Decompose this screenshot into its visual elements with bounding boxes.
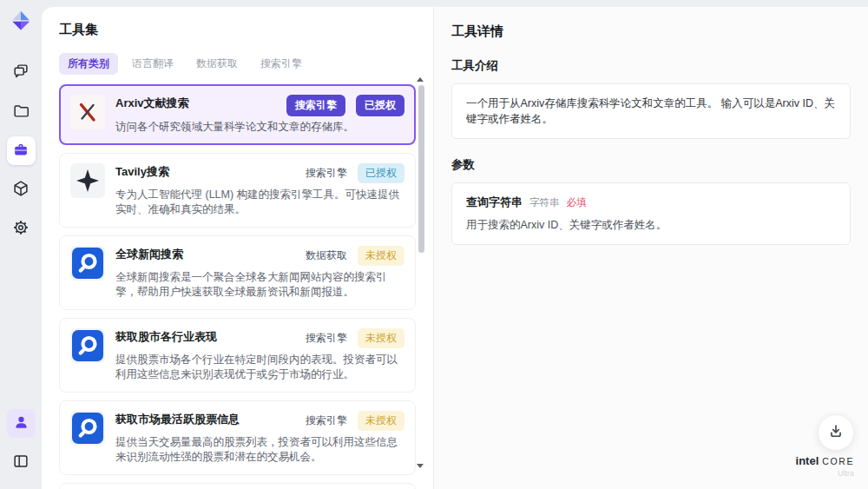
download-button[interactable] <box>818 414 854 451</box>
list-scrollbar-thumb[interactable] <box>418 85 424 253</box>
tool-auth-badge: 未授权 <box>358 246 404 266</box>
category-tab[interactable]: 语言翻译 <box>123 53 182 75</box>
tool-auth-badge: 已授权 <box>358 163 404 183</box>
category-tabs: 所有类别语言翻译数据获取搜索引擎 <box>59 53 416 75</box>
intro-text: 一个用于从Arxiv存储库搜索科学论文和文章的工具。 输入可以是Arxiv ID… <box>466 96 836 127</box>
intro-card: 一个用于从Arxiv存储库搜索科学论文和文章的工具。 输入可以是Arxiv ID… <box>451 83 851 139</box>
param-description: 用于搜索的Arxiv ID、关键字或作者姓名。 <box>466 218 836 233</box>
tool-name: Tavily搜索 <box>115 163 169 180</box>
tool-description: 专为人工智能代理 (LLM) 构建的搜索引擎工具。可快速提供实时、准确和真实的结… <box>115 188 404 217</box>
tool-auth-badge: 未授权 <box>358 411 404 431</box>
briefcase-icon <box>11 140 30 162</box>
chat-icon <box>11 62 30 84</box>
tool-tags: 搜索引擎 已授权 <box>306 163 404 183</box>
tool-body: 全球新闻搜索 数据获取 未授权 全球新闻搜索是一个聚合全球各大新闻网站内容的搜索… <box>115 246 404 300</box>
tool-list-item[interactable]: 万维地区新闻查询 搜索引擎 未授权 查询具体行政区划内的新闻，快速了解各地新闻动… <box>59 483 416 489</box>
tool-category-tag: 搜索引擎 <box>306 413 347 428</box>
main-panel: 工具集 所有类别语言翻译数据获取搜索引擎 Arxiv文献搜索 搜索引擎 已授权 … <box>42 7 868 489</box>
category-tab[interactable]: 数据获取 <box>187 53 247 75</box>
tool-category-tag: 搜索引擎 <box>306 166 347 181</box>
detail-title: 工具详情 <box>451 23 851 40</box>
tool-tags: 搜索引擎 已授权 <box>286 95 404 116</box>
tool-name: 获取股市各行业表现 <box>115 328 217 345</box>
param-name-row: 查询字符串 字符串 必填 <box>466 195 836 210</box>
panel-toggle-button[interactable] <box>7 448 36 477</box>
tool-body: Arxiv文献搜索 搜索引擎 已授权 访问各个研究领域大量科学论文和文章的存储库… <box>115 95 404 135</box>
tool-description: 提供股票市场各个行业在特定时间段内的表现。投资者可以利用这些信息来识别表现优于或… <box>115 353 404 382</box>
tool-tags: 数据获取 未授权 <box>306 246 404 266</box>
tool-tags: 搜索引擎 未授权 <box>306 411 404 431</box>
tool-description: 访问各个研究领域大量科学论文和文章的存储库。 <box>115 120 404 135</box>
intro-heading: 工具介绍 <box>451 58 851 74</box>
news-search-icon <box>70 411 105 446</box>
tool-description: 全球新闻搜索是一个聚合全球各大新闻网站内容的搜索引擎，帮助用户快速获取全球最新资… <box>115 270 404 300</box>
brand-primary: intel <box>796 454 819 467</box>
download-icon <box>826 421 845 444</box>
tool-list: Arxiv文献搜索 搜索引擎 已授权 访问各个研究领域大量科学论文和文章的存储库… <box>59 84 416 489</box>
brand-secondary: CORE <box>822 456 854 466</box>
news-search-icon <box>70 328 105 363</box>
cube-icon <box>11 179 30 202</box>
tool-list-item[interactable]: 获取市场最活跃股票信息 搜索引擎 未授权 提供当天交易量最高的股票列表，投资者可… <box>59 400 416 475</box>
params-heading: 参数 <box>451 157 851 173</box>
toolset-title: 工具集 <box>59 22 416 38</box>
tool-list-item[interactable]: 获取股市各行业表现 搜索引擎 未授权 提供股票市场各个行业在特定时间段内的表现。… <box>59 318 416 393</box>
category-tab[interactable]: 所有类别 <box>59 53 118 75</box>
tool-detail-panel: 工具详情 工具介绍 一个用于从Arxiv存储库搜索科学论文和文章的工具。 输入可… <box>434 7 868 489</box>
files-nav-button[interactable] <box>7 97 36 126</box>
param-card: 查询字符串 字符串 必填 用于搜索的Arxiv ID、关键字或作者姓名。 <box>451 182 851 245</box>
tool-name: Arxiv文献搜索 <box>115 95 189 111</box>
tool-name: 全球新闻搜索 <box>115 246 183 262</box>
arxiv-icon <box>70 95 105 129</box>
rail-bottom-nav <box>7 409 36 477</box>
tool-tags: 搜索引擎 未授权 <box>306 328 404 348</box>
rail-nav <box>7 58 36 243</box>
intel-core-logo: intelCORE Ultra <box>796 454 854 479</box>
tool-body: 获取市场最活跃股票信息 搜索引擎 未授权 提供当天交易量最高的股票列表，投资者可… <box>115 411 404 465</box>
app-root: 工具集 所有类别语言翻译数据获取搜索引擎 Arxiv文献搜索 搜索引擎 已授权 … <box>0 0 868 489</box>
tool-list-item[interactable]: Tavily搜索 搜索引擎 已授权 专为人工智能代理 (LLM) 构建的搜索引擎… <box>59 153 416 228</box>
tool-category-tag: 数据获取 <box>306 248 347 263</box>
folder-icon <box>11 101 30 123</box>
sparkle-icon <box>70 163 105 198</box>
tool-auth-badge: 未授权 <box>358 328 404 348</box>
tool-list-item[interactable]: 全球新闻搜索 数据获取 未授权 全球新闻搜索是一个聚合全球各大新闻网站内容的搜索… <box>59 235 416 310</box>
app-logo <box>8 8 34 34</box>
tool-body: Tavily搜索 搜索引擎 已授权 专为人工智能代理 (LLM) 构建的搜索引擎… <box>115 163 404 217</box>
brand-tertiary: Ultra <box>796 468 854 479</box>
left-rail <box>0 0 42 489</box>
tool-category-tag: 搜索引擎 <box>286 95 345 116</box>
param-name: 查询字符串 <box>466 195 523 210</box>
settings-nav-button[interactable] <box>7 215 36 243</box>
tool-category-tag: 搜索引擎 <box>306 331 347 346</box>
tool-auth-badge: 已授权 <box>356 95 404 116</box>
panel-toggle-icon <box>11 452 30 474</box>
param-type: 字符串 <box>529 196 560 209</box>
user-icon <box>12 413 30 434</box>
news-search-icon <box>70 246 105 281</box>
category-tab[interactable]: 搜索引擎 <box>252 53 311 75</box>
param-required-badge: 必填 <box>567 196 587 209</box>
packages-nav-button[interactable] <box>7 175 36 204</box>
gear-icon <box>11 218 30 241</box>
toolbox-nav-button[interactable] <box>7 136 36 165</box>
chat-nav-button[interactable] <box>7 58 36 87</box>
scroll-down-arrow[interactable] <box>417 464 424 468</box>
toolset-panel: 工具集 所有类别语言翻译数据获取搜索引擎 Arxiv文献搜索 搜索引擎 已授权 … <box>42 7 434 489</box>
user-avatar-button[interactable] <box>7 409 36 438</box>
tool-body: 获取股市各行业表现 搜索引擎 未授权 提供股票市场各个行业在特定时间段内的表现。… <box>115 328 404 382</box>
scroll-up-arrow[interactable] <box>417 77 424 82</box>
tool-list-item[interactable]: Arxiv文献搜索 搜索引擎 已授权 访问各个研究领域大量科学论文和文章的存储库… <box>59 84 416 145</box>
tool-name: 获取市场最活跃股票信息 <box>115 411 240 427</box>
tool-description: 提供当天交易量最高的股票列表，投资者可以利用这些信息来识别流动性强的股票和潜在的… <box>115 435 404 465</box>
